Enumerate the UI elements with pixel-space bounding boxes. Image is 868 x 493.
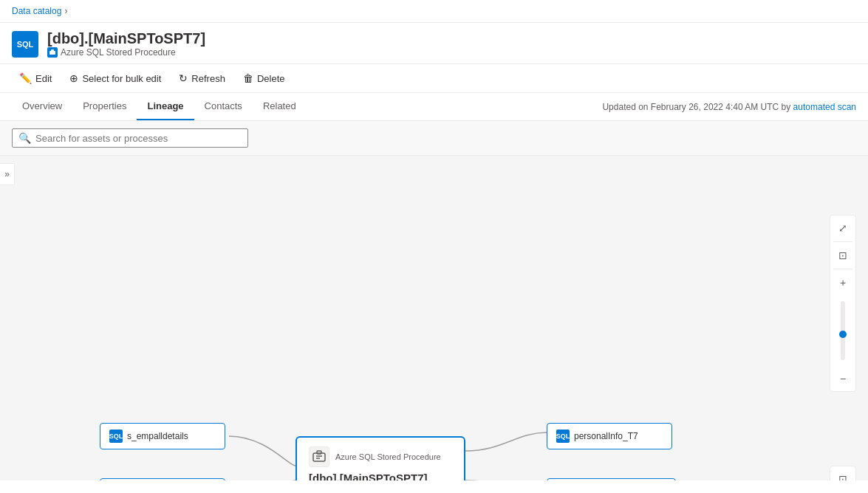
search-bar: 🔍 [0,121,868,156]
input-node-pii[interactable]: SQL s_PII [100,478,225,480]
delete-button[interactable]: 🗑 Delete [236,69,293,88]
expand-button[interactable]: ⤢ [832,217,854,239]
refresh-button[interactable]: ↻ Refresh [171,69,233,88]
output-node-t14[interactable]: SQL personalInfo_T14 [547,478,676,480]
output-node-t7[interactable]: SQL personalInfo_T7 [547,423,672,449]
zoom-out-button[interactable]: − [832,368,854,390]
fit-view-button[interactable]: ⊡ [832,244,854,266]
center-node-type: Azure SQL Stored Procedure [335,452,441,461]
page-title: [dbo].[MainSPToSPT7] [47,30,205,47]
tabs-list: Overview Properties Lineage Contacts Rel… [12,93,307,120]
refresh-icon: ↻ [179,72,188,84]
breadcrumb-chevron: › [64,6,67,16]
subtitle-icon [47,47,58,58]
tab-related[interactable]: Related [253,93,307,120]
toolbar: ✏️ Edit ⊕ Select for bulk edit ↻ Refresh… [0,64,868,93]
tab-properties[interactable]: Properties [72,93,137,120]
zoom-slider[interactable] [832,295,854,366]
bulk-edit-button[interactable]: ⊕ Select for bulk edit [62,69,168,88]
tab-overview[interactable]: Overview [12,93,72,120]
header: SQL [dbo].[MainSPToSPT7] Azure SQL Store… [0,23,868,64]
zoom-controls-bottom: ⊡ ··· [830,466,856,480]
svg-rect-2 [51,49,54,52]
edit-icon: ✏️ [19,72,32,84]
center-node-title: [dbo].[MainSPToSPT7] [309,472,452,480]
delete-icon: 🗑 [243,72,253,84]
input-node-empalldetails[interactable]: SQL s_empalldetails [100,423,225,449]
search-input[interactable] [35,133,242,144]
subtitle-text: Azure SQL Stored Procedure [61,47,176,58]
node-sql-icon-3: SQL [556,430,570,443]
zoom-divider-2 [833,269,852,269]
header-subtitle: Azure SQL Stored Procedure [47,47,205,58]
tab-contacts[interactable]: Contacts [194,93,253,120]
sql-icon: SQL [12,31,38,58]
header-text: [dbo].[MainSPToSPT7] Azure SQL Stored Pr… [47,30,205,58]
center-node-header: Azure SQL Stored Procedure [309,447,452,467]
zoom-divider [833,241,852,242]
automated-scan-link[interactable]: automated scan [793,102,856,112]
svg-rect-6 [317,451,321,454]
center-node[interactable]: Azure SQL Stored Procedure [dbo].[MainSP… [295,436,465,480]
fit-bottom-button[interactable]: ⊡ [832,468,854,480]
search-input-wrap: 🔍 [12,128,248,148]
updated-info: Updated on February 26, 2022 4:40 AM UTC… [602,102,856,112]
lineage-canvas: » SQL s_empalldetails SQL s_PII [0,156,868,480]
node-sql-icon: SQL [109,430,123,443]
zoom-in-button[interactable]: + [832,272,854,294]
search-icon: 🔍 [18,132,31,144]
breadcrumb-link[interactable]: Data catalog [12,6,61,16]
zoom-controls-top: ⤢ ⊡ + − [830,215,856,392]
breadcrumb: Data catalog › [0,0,868,23]
tab-lineage[interactable]: Lineage [137,93,194,120]
center-node-icon [309,447,329,467]
tabs: Overview Properties Lineage Contacts Rel… [0,93,868,121]
bulk-edit-icon: ⊕ [69,72,78,84]
collapse-sidebar-button[interactable]: » [0,163,15,185]
edit-button[interactable]: ✏️ Edit [12,69,59,88]
